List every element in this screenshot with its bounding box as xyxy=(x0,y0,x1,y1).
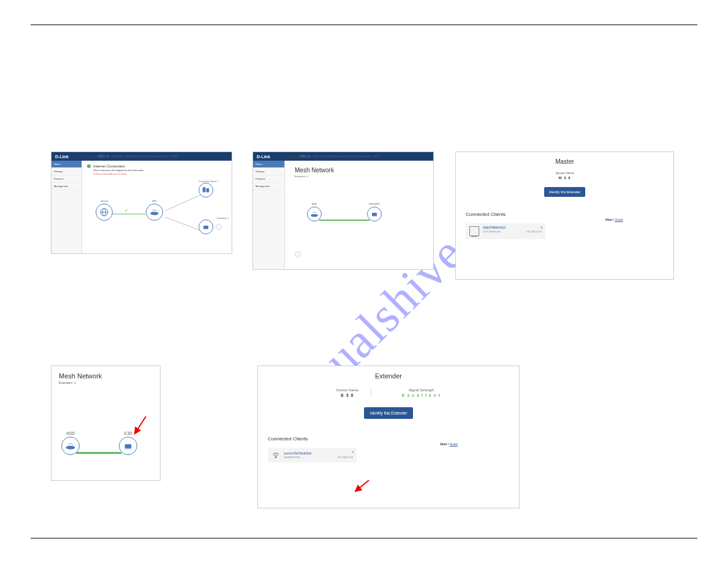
identify-extender-button[interactable]: Identify this Extender xyxy=(364,407,414,419)
device-name-label: Device Name xyxy=(456,171,673,175)
host-guest-filter: Host / Guest xyxy=(389,442,509,462)
mesh-diagram: M30 E30-0820 ‹ xyxy=(295,196,423,258)
node-internet[interactable]: Internet xyxy=(96,200,113,221)
screenshot-mesh-network: D-Link AQUILAPRO AI Model Name : M30 Har… xyxy=(252,151,434,270)
left-nav: Home Settings Features Management xyxy=(253,161,285,269)
app-header: D-Link AQUILAPRO AI Model Name : M30 Har… xyxy=(51,152,232,161)
edit-icon[interactable]: ✎ xyxy=(540,226,543,229)
extender-icon xyxy=(119,437,137,455)
device-name-value: M 3 0 xyxy=(456,176,673,180)
globe-icon xyxy=(96,204,113,221)
app-header: D-Link AQUILAPRO AI Model Name : M30 Har… xyxy=(253,152,433,161)
svg-text:✓: ✓ xyxy=(124,208,129,213)
client-name: D8607NBMWIN10 xyxy=(483,226,542,229)
svg-rect-9 xyxy=(207,188,210,192)
status-dot-icon xyxy=(87,164,91,168)
page-content: manualshive.com D-Link AQUILAPRO AI Mode… xyxy=(31,25,697,538)
router-icon xyxy=(61,437,80,455)
nav-management[interactable]: Management xyxy=(253,183,284,190)
svg-rect-13 xyxy=(372,213,377,216)
client-name: android-93d7fab263a2... xyxy=(284,452,353,455)
nav-management[interactable]: Management xyxy=(51,183,82,190)
svg-rect-16 xyxy=(125,444,132,448)
model-info: Model Name : M30 Hardware Version : A1 F… xyxy=(112,155,178,158)
node-extenders[interactable]: Extenders: 1 › xyxy=(199,217,229,234)
nav-features[interactable]: Features xyxy=(51,175,82,183)
left-nav: Home Settings Features Management xyxy=(51,161,82,253)
nav-settings[interactable]: Settings xyxy=(51,168,82,175)
identify-extender-button[interactable]: Identify this Extender xyxy=(544,187,585,197)
nav-settings[interactable]: Settings xyxy=(253,168,284,175)
mesh-title: Mesh Network xyxy=(295,167,423,174)
svg-point-12 xyxy=(311,213,318,216)
svg-rect-10 xyxy=(203,226,208,229)
chevron-right-icon[interactable]: › xyxy=(216,224,222,230)
node-router[interactable]: M30 xyxy=(146,200,163,221)
client-card[interactable]: ✎ android-93d7fab263a2... GUANGDONG ... … xyxy=(268,448,357,462)
mesh-link-line xyxy=(76,452,121,454)
devices-icon xyxy=(199,183,213,197)
guest-tab[interactable]: Guest xyxy=(449,442,457,446)
topology-diagram: ✓ Internet M30 xyxy=(87,180,227,242)
svg-point-15 xyxy=(66,445,75,449)
brand-logo: D-Link xyxy=(55,155,69,159)
mesh-title: Mesh Network xyxy=(59,372,153,380)
device-name-label: Device Name xyxy=(336,388,358,392)
model-info: Model Name : M30 Hardware Version : A1 F… xyxy=(313,155,379,158)
mesh-node-m30[interactable]: M30 xyxy=(61,431,80,455)
nav-features[interactable]: Features xyxy=(253,175,284,183)
svg-point-7 xyxy=(150,212,158,215)
screenshot-home-topology: D-Link AQUILAPRO AI Model Name : M30 Har… xyxy=(51,151,232,254)
host-tab[interactable]: Host xyxy=(440,442,447,446)
screenshot-master-detail: Master Device Name M 3 0 Identify this E… xyxy=(455,151,674,280)
svg-rect-17 xyxy=(125,449,132,450)
screenshot-mesh-zoom: Mesh Network Extenders: 1 M30 E30 xyxy=(51,366,161,481)
product-line: AQUILAPRO AI xyxy=(287,155,311,158)
svg-rect-11 xyxy=(203,229,208,230)
internet-status: Internet Connected xyxy=(87,164,227,168)
monitor-icon xyxy=(469,226,479,236)
mesh-subtitle: Extenders: 1 xyxy=(59,381,153,385)
guest-tab[interactable]: Guest xyxy=(615,218,623,221)
client-card[interactable]: ✎ D8607NBMWIN10 LCFC(HeFei) El... 192.16… xyxy=(466,223,545,239)
svg-point-19 xyxy=(275,457,276,458)
mesh-link-line xyxy=(319,220,370,221)
status-subtext: Click on any item in the diagram for mor… xyxy=(93,169,227,172)
edit-icon[interactable]: ✎ xyxy=(352,450,354,454)
extender-icon xyxy=(367,207,382,221)
pause-internet-link[interactable]: ⊘ Pause Internet Access for clients xyxy=(93,173,227,175)
signal-strength-label: Signal Strength xyxy=(402,388,441,392)
host-tab[interactable]: Host xyxy=(605,218,612,221)
host-guest-filter: Host / Guest xyxy=(565,218,664,239)
product-line: AQUILAPRO AI xyxy=(86,155,109,158)
red-arrow-annotation xyxy=(131,415,148,437)
chevron-left-icon[interactable]: ‹ xyxy=(295,251,301,258)
nav-home[interactable]: Home xyxy=(51,161,82,168)
mesh-diagram: M30 E30 xyxy=(51,409,160,481)
connected-clients-heading: Connected Clients xyxy=(466,212,565,217)
svg-line-20 xyxy=(355,480,369,491)
wifi-icon xyxy=(271,451,280,459)
client-vendor: GUANGDONG ... xyxy=(284,456,303,459)
svg-line-18 xyxy=(135,416,146,434)
extender-icon xyxy=(199,220,213,234)
extender-title: Extender xyxy=(258,372,519,380)
client-vendor: LCFC(HeFei) El... xyxy=(483,230,502,233)
device-name-value: E 3 0 xyxy=(336,393,358,397)
client-ip: 192.168.0.124 xyxy=(526,230,542,233)
signal-strength-value: E x c e l l e n t xyxy=(402,393,441,397)
router-icon xyxy=(307,207,322,221)
master-title: Master xyxy=(456,158,673,165)
svg-rect-8 xyxy=(203,187,206,192)
mesh-subtitle: Extenders: 1 xyxy=(295,175,423,178)
router-icon xyxy=(146,204,163,221)
svg-rect-14 xyxy=(372,216,377,217)
node-clients[interactable]: Connected Clients: 5 xyxy=(199,180,219,197)
mesh-node-e30[interactable]: E30-0820 xyxy=(367,202,382,221)
client-ip: 192.168.0.104 xyxy=(337,456,353,459)
nav-home[interactable]: Home xyxy=(253,161,284,168)
mesh-node-m30[interactable]: M30 xyxy=(307,202,322,221)
screenshot-extender-detail: Extender Device Name E 3 0 Signal Streng… xyxy=(257,366,520,508)
connected-clients-heading: Connected Clients xyxy=(268,436,389,442)
red-arrow-annotation xyxy=(353,479,371,494)
